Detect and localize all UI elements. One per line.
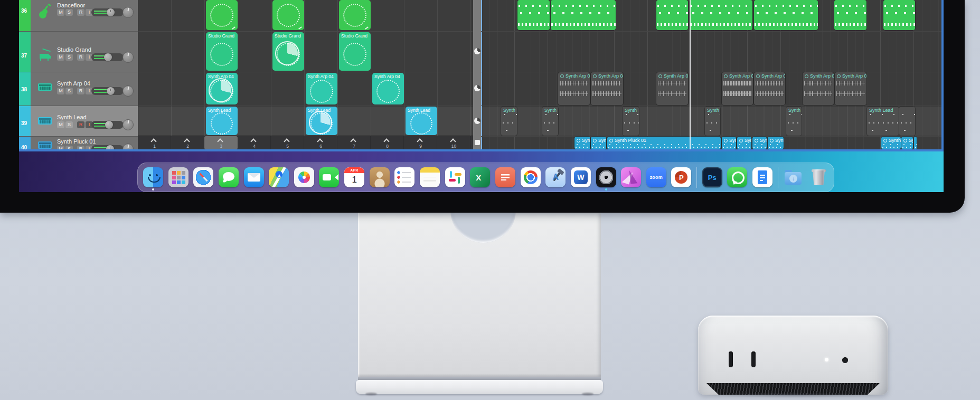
dock-item-messages[interactable] bbox=[219, 167, 239, 187]
region[interactable] bbox=[914, 137, 917, 149]
dock-item-excel[interactable]: X bbox=[470, 167, 490, 187]
dock-item-whatsapp[interactable] bbox=[727, 167, 747, 187]
volume-knob[interactable] bbox=[104, 53, 112, 61]
pan-knob[interactable] bbox=[123, 52, 134, 63]
region[interactable]: Synth Arp 04 bbox=[722, 72, 753, 105]
dock-item-mail[interactable] bbox=[244, 167, 264, 187]
record-enable-button[interactable]: R bbox=[77, 54, 84, 61]
mute-button[interactable]: M bbox=[57, 146, 64, 149]
dock-item-downloads[interactable]: ↓ bbox=[783, 167, 803, 187]
volume-knob[interactable] bbox=[107, 8, 115, 16]
dock-item-chrome[interactable] bbox=[521, 167, 541, 187]
region[interactable]: Synth Pluck 01 bbox=[607, 137, 721, 149]
dock-item-gdocs[interactable] bbox=[752, 167, 772, 187]
region[interactable]: Synth bbox=[705, 107, 720, 136]
region[interactable] bbox=[551, 0, 616, 30]
volume-slider[interactable] bbox=[91, 145, 124, 149]
loop-cell[interactable]: Synth Lead bbox=[306, 107, 337, 135]
solo-button[interactable]: S bbox=[65, 88, 73, 94]
region[interactable] bbox=[517, 0, 550, 30]
loop-cell[interactable] bbox=[272, 0, 304, 30]
scene-trigger-cell[interactable]: 9 bbox=[404, 136, 437, 149]
scene-trigger-cell[interactable]: 2 bbox=[171, 136, 204, 149]
dock-item-affinity[interactable] bbox=[621, 167, 641, 187]
playhead[interactable] bbox=[690, 0, 691, 149]
dock-item-word[interactable]: W bbox=[571, 167, 591, 187]
volume-slider[interactable] bbox=[91, 87, 124, 95]
region[interactable] bbox=[834, 0, 866, 30]
region[interactable]: Synth bbox=[542, 107, 558, 136]
dock-item-notes[interactable] bbox=[420, 167, 440, 187]
volume-slider[interactable] bbox=[91, 121, 124, 129]
loop-cell[interactable]: Synth Lead bbox=[406, 107, 437, 135]
divider-pie-icon[interactable] bbox=[474, 48, 480, 54]
region[interactable]: Synth bbox=[786, 107, 802, 136]
solo-button[interactable]: S bbox=[65, 9, 73, 16]
divider-pie-icon[interactable] bbox=[474, 118, 480, 124]
dock-item-calendar[interactable]: APR1 bbox=[344, 167, 364, 187]
loop-cell[interactable]: Synth Arp 04 bbox=[306, 73, 337, 104]
region[interactable] bbox=[899, 107, 915, 136]
volume-slider[interactable] bbox=[91, 53, 124, 61]
divider-stop-icon[interactable] bbox=[475, 140, 480, 145]
solo-button[interactable]: S bbox=[65, 121, 73, 128]
live-loops-grid[interactable]: Studio GrandStudio GrandStudio GrandSynt… bbox=[138, 0, 473, 149]
dock-item-zoom[interactable]: zoom bbox=[646, 167, 666, 187]
region[interactable]: Synt bbox=[768, 137, 784, 149]
volume-knob[interactable] bbox=[105, 121, 113, 129]
volume-knob[interactable] bbox=[107, 87, 115, 95]
mute-button[interactable]: M bbox=[57, 121, 64, 128]
scene-trigger-cell[interactable]: 6 bbox=[304, 136, 337, 149]
mute-button[interactable]: M bbox=[57, 88, 64, 94]
dock-item-finder[interactable] bbox=[143, 167, 163, 187]
region[interactable] bbox=[754, 0, 818, 30]
region[interactable]: Sy bbox=[901, 137, 913, 149]
region[interactable]: Synth Arp 04 bbox=[803, 72, 834, 105]
solo-button[interactable]: S bbox=[65, 146, 73, 149]
dock-item-safari[interactable] bbox=[193, 167, 213, 187]
loop-cell[interactable] bbox=[339, 0, 371, 30]
dock-item-powerpoint[interactable]: P bbox=[671, 167, 691, 187]
region[interactable]: Synt bbox=[722, 137, 736, 149]
scene-trigger-cell[interactable]: 1 bbox=[138, 136, 171, 149]
region[interactable]: Synth Arp 04 bbox=[835, 72, 866, 105]
region[interactable]: Synt bbox=[752, 137, 767, 149]
mute-button[interactable]: M bbox=[57, 9, 64, 16]
region[interactable] bbox=[883, 0, 915, 30]
scene-trigger-cell[interactable]: 4 bbox=[238, 136, 271, 149]
loop-cell[interactable]: Synth Arp 04 bbox=[372, 73, 404, 104]
dock-item-maps[interactable] bbox=[269, 167, 289, 187]
region[interactable]: Synth Lead bbox=[867, 107, 899, 136]
dock-item-slack[interactable] bbox=[445, 167, 465, 187]
divider-pie-icon[interactable] bbox=[474, 85, 480, 91]
record-enable-button[interactable]: R bbox=[77, 121, 84, 128]
loop-cell[interactable]: Studio Grand bbox=[339, 32, 371, 71]
scene-trigger-cell[interactable]: 8 bbox=[371, 136, 404, 149]
pan-knob[interactable] bbox=[123, 7, 134, 18]
region[interactable]: Synth bbox=[623, 107, 639, 136]
volume-slider[interactable] bbox=[91, 8, 124, 16]
pan-knob[interactable] bbox=[123, 85, 134, 97]
loop-cell[interactable]: Studio Grand bbox=[206, 32, 238, 71]
mute-button[interactable]: M bbox=[57, 54, 64, 61]
scene-trigger-cell[interactable]: 5 bbox=[271, 136, 304, 149]
volume-knob[interactable] bbox=[106, 145, 114, 149]
region[interactable] bbox=[690, 0, 752, 30]
region[interactable] bbox=[656, 0, 688, 30]
scene-trigger-cell[interactable]: 7 bbox=[337, 136, 371, 149]
dock-item-contacts[interactable] bbox=[370, 167, 390, 187]
region[interactable]: Synt bbox=[591, 137, 606, 149]
dock-item-xcode[interactable]: A bbox=[545, 167, 566, 187]
dock-item-photoshop[interactable]: Ps bbox=[702, 167, 722, 187]
region[interactable]: Synth Arp 04 bbox=[656, 72, 688, 105]
scene-trigger-cell[interactable]: 10 bbox=[437, 136, 470, 149]
dock-item-quip[interactable] bbox=[495, 167, 515, 187]
loop-cell[interactable] bbox=[206, 0, 238, 30]
dock-item-trash[interactable] bbox=[808, 167, 828, 187]
loop-cell[interactable]: Synth Lead bbox=[206, 107, 238, 135]
dock-item-reminders[interactable] bbox=[394, 167, 414, 187]
record-enable-button[interactable]: R bbox=[77, 88, 84, 94]
record-enable-button[interactable]: R bbox=[77, 146, 84, 149]
dock-item-facetime[interactable] bbox=[319, 167, 339, 187]
region[interactable]: Synth Arp 04 bbox=[754, 72, 785, 105]
